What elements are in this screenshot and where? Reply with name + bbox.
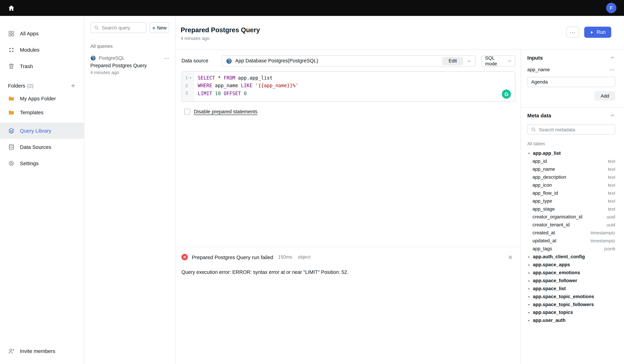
error-message: Query execution error: ERROR: syntax err… <box>176 260 521 276</box>
metadata-column-row: app_stage text <box>527 205 615 213</box>
column-name: app_tags <box>532 246 552 252</box>
folders-count: (2) <box>27 82 33 88</box>
param-value-input[interactable] <box>527 77 615 87</box>
data-source-value: App Database Postgres(PostgreSQL) <box>235 58 318 64</box>
table-name: app.app_list <box>533 151 561 156</box>
column-name: created_at <box>532 230 555 235</box>
metadata-column-row: updated_at timestamptz <box>527 237 615 245</box>
data-source-label: Data source <box>182 58 222 64</box>
folder-item-label: Templates <box>20 109 44 115</box>
code-line[interactable]: LIMIT 10 OFFSET 0 <box>198 90 515 97</box>
invite-user-icon <box>8 348 15 355</box>
sidebar-item-data-sources[interactable]: Data Sources <box>0 139 84 155</box>
column-type: text <box>608 159 615 164</box>
data-source-selector[interactable]: App Database Postgres(PostgreSQL) Edit <box>222 55 476 66</box>
avatar[interactable]: F <box>606 3 617 13</box>
metadata-tree: ▾ app.app_list app_id text app_name text… <box>527 149 615 324</box>
folders-header: Folders (2) <box>0 79 84 92</box>
sidebar-item-trash[interactable]: Trash <box>0 58 84 74</box>
grammarly-icon[interactable]: G <box>502 90 511 99</box>
query-timestamp: 4 minutes ago <box>90 70 170 75</box>
sidebar-item-settings[interactable]: Settings <box>0 155 84 171</box>
metadata-search-input[interactable] <box>539 127 612 132</box>
editor-code[interactable]: SELECT * FROM app.app_listWHERE app_name… <box>194 72 515 102</box>
sidebar-item-query-library[interactable]: Query Library <box>0 123 84 139</box>
gutter-line: 2 <box>182 82 193 90</box>
trash-icon <box>8 63 15 70</box>
folder-icon <box>8 109 15 116</box>
tree-collapsed-icon: ▸ <box>527 255 531 259</box>
home-icon[interactable] <box>8 4 15 12</box>
column-name: app_icon <box>532 182 552 188</box>
chevron-down-icon <box>507 59 512 63</box>
chevron-up-icon[interactable] <box>610 55 615 60</box>
add-param-button[interactable]: Add <box>595 91 615 101</box>
sidebar-item-label: Settings <box>20 160 39 166</box>
sql-mode-value: SQL mode <box>485 55 507 66</box>
query-search-box[interactable] <box>90 22 147 33</box>
metadata-table-row[interactable]: ▸ app.auth_client_config <box>527 253 615 261</box>
error-object-tab[interactable]: object <box>298 254 311 260</box>
work-area: Prepared Postgres Query 4 minutes ago ⋯ … <box>176 16 624 364</box>
metadata-column-row: creator_tenant_id uuid <box>527 221 615 229</box>
invite-members-button[interactable]: Invite members <box>0 343 84 359</box>
query-search-input[interactable] <box>102 25 143 30</box>
add-folder-icon[interactable] <box>70 82 76 88</box>
metadata-table-row[interactable]: ▸ app.space_follower <box>527 277 615 285</box>
chevron-down-icon <box>467 58 472 63</box>
folder-item-templates[interactable]: Templates <box>0 105 84 119</box>
fold-icon: ▾ <box>188 76 193 80</box>
edit-datasource-button[interactable]: Edit <box>442 57 463 65</box>
new-query-button[interactable]: + New <box>150 22 169 33</box>
code-line[interactable]: WHERE app_name LIKE '{{app_name}}%' <box>198 82 515 90</box>
sidebar-item-modules[interactable]: Modules <box>0 42 84 58</box>
metadata-table-row[interactable]: ▸ app.space_list <box>527 285 615 293</box>
metadata-search-box[interactable] <box>527 125 615 134</box>
query-kebab-icon[interactable]: ⋯ <box>164 55 170 61</box>
app-viewport: F All Apps Modules Trash <box>0 0 624 364</box>
column-name: updated_at <box>532 238 556 243</box>
sidebar-item-label: Trash <box>20 63 33 69</box>
error-console: Prepared Postgres Query run failed 150ms… <box>176 247 521 364</box>
metadata-table-row[interactable]: ▸ app.user_auth <box>527 316 615 324</box>
metadata-column-row: app_description text <box>527 173 615 181</box>
right-panel: Inputs app_name ⋯ Add Meta data <box>520 50 624 364</box>
metadata-column-row: app_flow_id text <box>527 189 615 197</box>
layers-icon <box>8 127 15 134</box>
tree-collapsed-icon: ▸ <box>527 319 531 322</box>
table-name: app.space_topic_emotions <box>533 294 594 299</box>
close-icon[interactable] <box>507 254 513 260</box>
metadata-table-row[interactable]: ▸ app.space_topics <box>527 308 615 316</box>
metadata-table-row[interactable]: ▸ app.space_topic_emotions <box>527 293 615 301</box>
tree-collapsed-icon: ▸ <box>527 295 531 298</box>
postgresql-icon <box>90 55 96 61</box>
sql-editor[interactable]: 1▾23 SELECT * FROM app.app_listWHERE app… <box>182 71 515 102</box>
search-icon <box>531 127 536 132</box>
gutter-line: 1▾ <box>182 74 193 82</box>
editor-column: Data source App Database Postgres(Postgr… <box>176 50 521 364</box>
metadata-table-row[interactable]: ▸ app.space_emotions <box>527 269 615 277</box>
left-sidebar: All Apps Modules Trash Folders (2) <box>0 16 84 364</box>
column-type: text <box>608 167 615 172</box>
table-name: app.space_topics <box>533 310 573 315</box>
column-name: creator_tenant_id <box>532 222 570 228</box>
metadata-table-row[interactable]: ▸ app.space_apps <box>527 261 615 269</box>
header-kebab-button[interactable]: ⋯ <box>566 27 579 38</box>
code-line[interactable]: SELECT * FROM app.app_list <box>198 74 515 82</box>
chevron-up-icon[interactable] <box>610 113 615 118</box>
metadata-table-row-expanded[interactable]: ▾ app.app_list <box>527 149 615 157</box>
folder-item-label: My Apps Folder <box>20 96 56 102</box>
metadata-columns: app_id text app_name text app_descriptio… <box>527 157 615 253</box>
run-button[interactable]: Run <box>584 27 611 38</box>
column-name: creator_organisation_id <box>532 214 582 220</box>
query-title: Prepared Postgres Query <box>90 63 170 68</box>
disable-prepared-checkbox[interactable] <box>184 109 190 115</box>
metadata-table-row[interactable]: ▸ app.space_topic_followers <box>527 300 615 308</box>
query-list-item[interactable]: PostgreSQL ⋯ Prepared Postgres Query 4 m… <box>84 52 175 78</box>
folder-item-my-apps[interactable]: My Apps Folder <box>0 92 84 105</box>
column-name: app_type <box>532 198 552 204</box>
param-kebab-icon[interactable]: ⋯ <box>609 67 615 73</box>
sidebar-item-all-apps[interactable]: All Apps <box>0 26 84 42</box>
sql-mode-selector[interactable]: SQL mode <box>482 55 515 66</box>
all-tables-label: All tables <box>527 141 615 146</box>
